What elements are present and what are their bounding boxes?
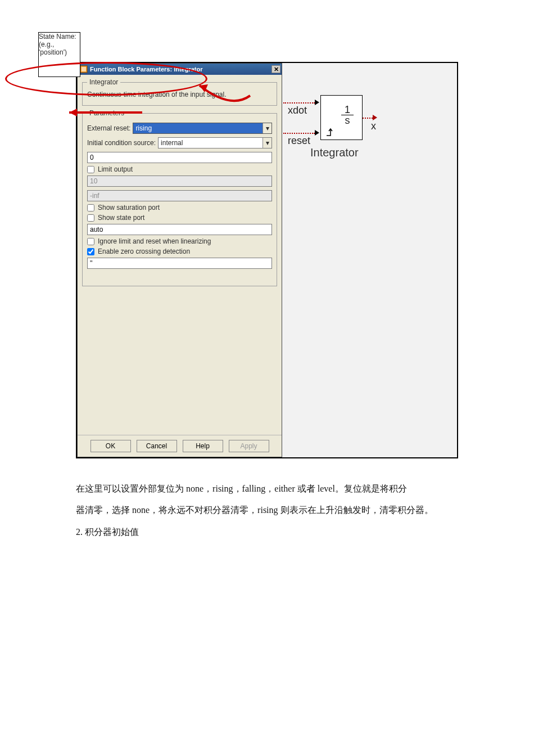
show-state-port-row: Show state port [87,214,272,222]
reset-signal-line [283,133,315,134]
state-name-row: State Name: (e.g., 'position') [87,258,272,269]
initial-cond-src-row: Initial condition source: internal ▾ [87,137,272,148]
xdot-label: xdot [288,105,307,116]
xdot-signal-line [283,102,315,104]
lower-sat-input[interactable] [87,190,272,201]
initial-cond-src-value: internal [159,138,263,148]
ignore-limit-row: Ignore limit and reset when linearizing [87,237,272,245]
arrow-icon [315,130,319,136]
parameters-group: Parameters External reset: rising ▾ Init… [82,109,277,286]
enable-zc-label: Enable zero crossing detection [98,248,190,255]
caption-line: 2. 积分器初始值 [76,521,458,543]
transfer-function: 1 s [341,105,354,125]
numerator: 1 [341,105,354,115]
abs-tol-input[interactable] [87,224,272,235]
button-row: OK Cancel Help Apply [78,435,282,457]
enable-zc-row: Enable zero crossing detection [87,248,272,255]
reset-label: reset [288,135,310,147]
show-state-port-label: Show state port [98,214,144,222]
dialog-body: Integrator Continuous-time integration o… [78,75,282,435]
limit-output-row: Limit output [87,165,272,173]
show-sat-port-checkbox[interactable] [87,204,94,212]
chevron-down-icon: ▾ [263,138,271,148]
enable-zc-checkbox[interactable] [87,248,94,255]
rising-edge-icon [325,127,336,140]
caption: 在这里可以设置外部复位为 none，rising，falling，either … [76,478,458,543]
figure-container: Function Block Parameters: Integrator ✕ … [76,62,458,458]
cancel-button[interactable]: Cancel [137,440,177,452]
denominator: s [341,115,354,125]
limit-output-checkbox[interactable] [87,166,94,173]
external-reset-select[interactable]: rising ▾ [133,123,272,134]
parameters-dialog: Function Block Parameters: Integrator ✕ … [77,63,282,457]
close-button[interactable]: ✕ [271,65,280,73]
svg-rect-1 [82,67,86,71]
window-title: Function Block Parameters: Integrator [90,66,203,73]
abs-tol-row: Absolute tolerance: [87,224,272,235]
chevron-down-icon: ▾ [263,123,271,133]
initial-cond-src-select[interactable]: internal ▾ [158,137,272,148]
help-button[interactable]: Help [183,440,223,452]
ok-button[interactable]: OK [90,440,131,452]
initial-cond-src-label: Initial condition source: [87,139,156,147]
limit-output-label: Limit output [98,165,133,173]
integrator-group: Integrator Continuous-time integration o… [82,78,277,106]
external-reset-value: rising [133,123,263,133]
initial-cond-input[interactable] [87,152,272,163]
parameters-legend: Parameters [87,109,126,117]
block-diagram: xdot reset x 1 s Integrator [282,63,457,457]
ignore-limit-checkbox[interactable] [87,238,94,245]
lower-sat-row: Lower saturation limit: [87,190,272,201]
show-sat-port-label: Show saturation port [98,204,160,212]
state-name-input[interactable] [87,258,272,269]
output-label: x [371,120,376,132]
show-sat-port-row: Show saturation port [87,204,272,212]
integrator-legend: Integrator [87,78,120,86]
block-description: Continuous-time integration of the input… [87,91,272,98]
external-reset-row: External reset: rising ▾ [87,123,272,134]
apply-button[interactable]: Apply [229,440,269,452]
upper-sat-input[interactable] [87,176,272,187]
output-signal-line [363,118,373,119]
caption-line: 器清零，选择 none，将永远不对积分器清零，rising 则表示在上升沿触发时… [76,500,458,521]
upper-sat-row: Upper saturation limit: [87,176,272,187]
initial-cond-row: Initial condition: [87,152,272,163]
ignore-limit-label: Ignore limit and reset when linearizing [98,237,211,245]
titlebar: Function Block Parameters: Integrator ✕ [78,64,282,75]
show-state-port-checkbox[interactable] [87,214,94,222]
caption-line: 在这里可以设置外部复位为 none，rising，falling，either … [76,478,458,500]
external-reset-label: External reset: [87,124,130,132]
arrow-icon [315,100,319,105]
arrow-icon [373,115,377,120]
block-name-label: Integrator [310,146,359,159]
state-name-label: State Name: (e.g., 'position') [78,75,80,77]
app-icon [80,65,88,73]
